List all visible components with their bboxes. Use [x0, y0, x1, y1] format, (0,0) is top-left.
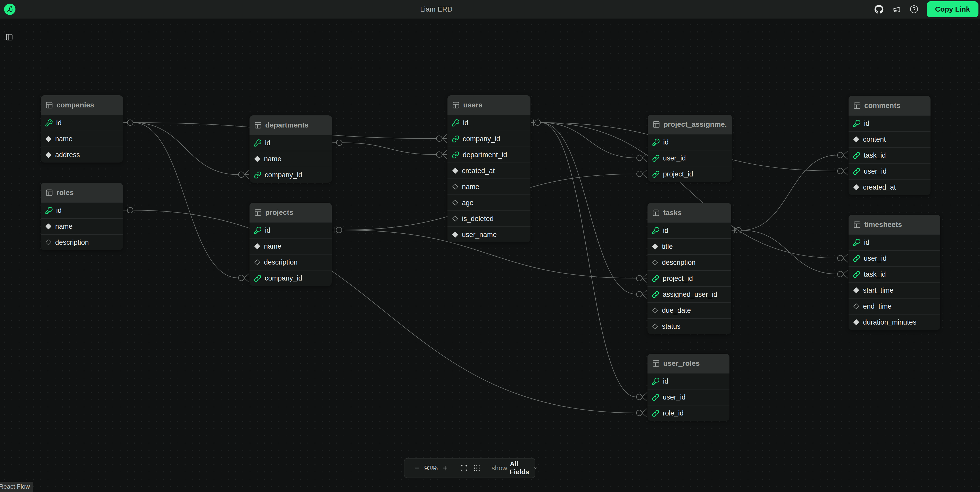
chevron-down-icon	[533, 465, 538, 471]
field-row-departments-id[interactable]: id	[250, 135, 332, 151]
field-row-projects-id[interactable]: id	[250, 222, 332, 238]
field-row-users-name[interactable]: name	[447, 178, 530, 195]
field-row-users-company_id[interactable]: company_id	[447, 130, 530, 146]
field-row-user_roles-role_id[interactable]: role_id	[648, 405, 729, 421]
primary-key-icon	[652, 227, 660, 235]
field-row-user_roles-id[interactable]: id	[648, 373, 729, 389]
field-row-tasks-project_id[interactable]: project_id	[648, 270, 731, 286]
github-icon[interactable]	[874, 5, 884, 14]
field-name: department_id	[463, 151, 507, 159]
table-header-roles[interactable]: roles	[41, 183, 123, 202]
zoom-in-button[interactable]	[439, 459, 451, 478]
field-row-timesheets-id[interactable]: id	[848, 234, 940, 250]
table-node-timesheets[interactable]: timesheetsiduser_idtask_idstart_timeend_…	[848, 215, 940, 330]
field-row-companies-id[interactable]: id	[41, 114, 123, 130]
table-name: project_assignme...	[663, 120, 727, 129]
field-row-users-is_deleted[interactable]: is_deleted	[447, 211, 530, 227]
field-row-comments-id[interactable]: id	[848, 115, 931, 131]
field-name: description	[264, 259, 298, 267]
table-node-comments[interactable]: commentsidcontenttask_iduser_idcreated_a…	[848, 96, 931, 195]
field-row-tasks-status[interactable]: status	[648, 318, 731, 334]
table-header-users[interactable]: users	[447, 95, 530, 114]
field-row-users-user_name[interactable]: user_name	[447, 227, 530, 243]
field-row-tasks-assigned_user_id[interactable]: assigned_user_id	[648, 286, 731, 302]
field-row-roles-id[interactable]: id	[41, 202, 123, 218]
foreign-key-icon	[853, 255, 861, 262]
field-row-companies-name[interactable]: name	[41, 130, 123, 146]
nullable-diamond-icon	[853, 303, 860, 309]
notnull-diamond-icon	[45, 151, 52, 158]
table-node-users[interactable]: usersidcompany_iddepartment_idcreated_at…	[447, 95, 530, 243]
field-row-project_assignments-id[interactable]: id	[648, 134, 732, 150]
notnull-diamond-icon	[452, 231, 458, 238]
notnull-diamond-icon	[254, 156, 261, 162]
field-row-departments-name[interactable]: name	[250, 151, 332, 167]
megaphone-icon[interactable]	[892, 5, 901, 14]
table-header-departments[interactable]: departments	[250, 116, 332, 135]
zoom-level: 93%	[423, 464, 439, 472]
table-header-project_assignments[interactable]: project_assignme...	[648, 114, 732, 134]
header-actions: Copy Link	[874, 0, 978, 19]
field-row-tasks-title[interactable]: title	[648, 238, 731, 254]
field-row-timesheets-end_time[interactable]: end_time	[848, 298, 940, 314]
panel-left-toggle-icon[interactable]	[4, 32, 14, 42]
page-title: Liam ERD	[420, 0, 452, 19]
tidy-up-button[interactable]	[471, 459, 483, 478]
help-icon[interactable]	[909, 5, 919, 14]
field-row-timesheets-user_id[interactable]: user_id	[848, 250, 940, 266]
table-header-tasks[interactable]: tasks	[648, 203, 731, 222]
field-row-users-created_at[interactable]: created_at	[447, 162, 530, 178]
field-row-project_assignments-user_id[interactable]: user_id	[648, 150, 732, 166]
copy-link-button[interactable]: Copy Link	[927, 1, 978, 17]
erd-canvas[interactable]: companiesidnameaddressrolesidnamedescrip…	[0, 19, 980, 492]
field-name: address	[55, 151, 80, 159]
table-node-tasks[interactable]: tasksidtitledescriptionproject_idassigne…	[648, 203, 731, 334]
field-row-timesheets-task_id[interactable]: task_id	[848, 266, 940, 282]
field-row-projects-description[interactable]: description	[250, 254, 332, 270]
field-row-tasks-due_date[interactable]: due_date	[648, 302, 731, 318]
table-header-projects[interactable]: projects	[250, 203, 332, 222]
field-name: start_time	[863, 286, 894, 294]
react-flow-attribution[interactable]: React Flow	[0, 482, 33, 492]
table-icon	[254, 121, 262, 129]
field-row-projects-company_id[interactable]: company_id	[250, 270, 332, 286]
field-row-tasks-description[interactable]: description	[648, 254, 731, 270]
field-row-companies-address[interactable]: address	[41, 146, 123, 162]
table-node-companies[interactable]: companiesidnameaddress	[41, 95, 123, 162]
table-header-companies[interactable]: companies	[41, 95, 123, 114]
table-node-projects[interactable]: projectsidnamedescriptioncompany_id	[250, 203, 332, 286]
foreign-key-icon	[853, 168, 861, 175]
field-row-comments-created_at[interactable]: created_at	[848, 179, 931, 195]
field-row-users-id[interactable]: id	[447, 114, 530, 130]
table-header-user_roles[interactable]: user_roles	[648, 354, 729, 373]
zoom-out-button[interactable]	[410, 459, 423, 478]
liam-logo[interactable]: ℒ	[4, 3, 16, 15]
field-row-comments-user_id[interactable]: user_id	[848, 163, 931, 179]
field-row-tasks-id[interactable]: id	[648, 222, 731, 238]
table-header-timesheets[interactable]: timesheets	[848, 215, 940, 234]
fit-view-button[interactable]	[458, 459, 471, 478]
table-icon	[452, 101, 460, 109]
field-row-timesheets-duration_minutes[interactable]: duration_minutes	[848, 314, 940, 330]
table-header-comments[interactable]: comments	[848, 96, 931, 115]
field-row-projects-name[interactable]: name	[250, 238, 332, 254]
table-icon	[652, 360, 660, 367]
field-row-comments-task_id[interactable]: task_id	[848, 147, 931, 163]
field-row-roles-description[interactable]: description	[41, 234, 123, 250]
table-node-departments[interactable]: departmentsidnamecompany_id	[250, 116, 332, 183]
field-row-user_roles-user_id[interactable]: user_id	[648, 389, 729, 405]
field-row-timesheets-start_time[interactable]: start_time	[848, 282, 940, 298]
foreign-key-icon	[254, 171, 261, 179]
field-row-departments-company_id[interactable]: company_id	[250, 167, 332, 183]
table-node-roles[interactable]: rolesidnamedescription	[41, 183, 123, 250]
field-row-project_assignments-project_id[interactable]: project_id	[648, 166, 732, 182]
primary-key-icon	[254, 139, 262, 147]
field-row-comments-content[interactable]: content	[848, 131, 931, 147]
field-row-users-department_id[interactable]: department_id	[447, 146, 530, 162]
field-row-users-age[interactable]: age	[447, 195, 530, 211]
field-row-roles-name[interactable]: name	[41, 218, 123, 234]
table-node-project_assignments[interactable]: project_assignme...iduser_idproject_id	[648, 114, 732, 182]
show-mode-dropdown[interactable]: All Fields	[510, 460, 538, 476]
notnull-diamond-icon	[45, 223, 52, 230]
table-node-user_roles[interactable]: user_rolesiduser_idrole_id	[648, 354, 729, 421]
